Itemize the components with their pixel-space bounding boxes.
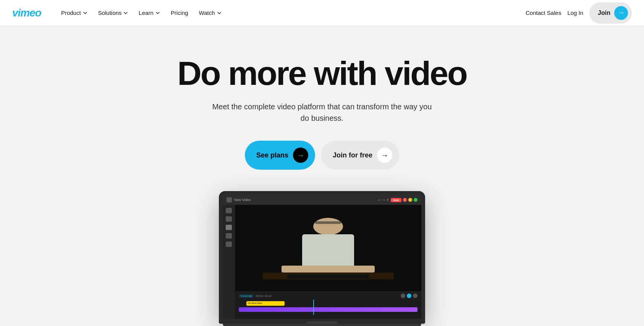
- hero-subtitle: Meet the complete video platform that ca…: [207, 101, 437, 124]
- sidebar-icon-5[interactable]: [226, 242, 232, 247]
- editor-main: Transcript 00:04 / 00:12 No Bass Here: [235, 205, 421, 319]
- video-preview: [235, 205, 421, 292]
- app-toolbar: New Video ↩ ↪ ⬆ Save: [223, 195, 421, 205]
- redo-icon: ↪: [382, 198, 385, 202]
- window-close-dot[interactable]: [403, 198, 407, 202]
- laptop-bottom: [223, 324, 421, 326]
- nav-right: Contact Sales Log In Join →: [526, 2, 632, 24]
- nav-item-watch[interactable]: Watch: [194, 6, 226, 19]
- laptop-screen-outer: New Video ↩ ↪ ⬆ Save: [219, 191, 425, 319]
- nav-item-product[interactable]: Product: [57, 6, 92, 19]
- undo-icon: ↩: [378, 198, 381, 202]
- toolbar-left: New Video: [227, 197, 251, 203]
- laptop-base: [219, 319, 425, 324]
- sidebar-icon-4[interactable]: [226, 233, 232, 238]
- person-body: [302, 234, 354, 267]
- person-arms: [282, 266, 375, 272]
- chevron-down-icon: [83, 11, 87, 15]
- chevron-down-icon: [123, 11, 128, 15]
- nav-item-learn[interactable]: Learn: [134, 6, 164, 19]
- sidebar-icon-1[interactable]: [226, 208, 232, 213]
- arrow-icon: →: [293, 148, 308, 163]
- navbar: vimeo Product Solutions Learn Pricing Wa…: [0, 0, 644, 26]
- share-icon: ⬆: [387, 198, 389, 202]
- nav-items: Product Solutions Learn Pricing Watch: [57, 6, 526, 19]
- log-in-link[interactable]: Log In: [567, 10, 583, 16]
- window-maximize-dot[interactable]: [414, 198, 417, 202]
- screen-body: Transcript 00:04 / 00:12 No Bass Here: [223, 205, 421, 319]
- app-title: New Video: [234, 198, 251, 202]
- join-free-button[interactable]: Join for free →: [321, 141, 399, 170]
- play-btn[interactable]: [407, 294, 411, 298]
- person-glasses: [315, 221, 341, 224]
- transcript-label: Transcript: [239, 294, 254, 298]
- nav-item-solutions[interactable]: Solutions: [94, 6, 133, 19]
- chevron-down-icon: [217, 11, 222, 15]
- hero-section: Do more with video Meet the complete vid…: [0, 26, 644, 326]
- timeline-clip[interactable]: No Bass Here: [246, 301, 285, 306]
- window-minimize-dot[interactable]: [408, 198, 412, 202]
- laptop-mockup: New Video ↩ ↪ ⬆ Save: [219, 191, 425, 326]
- hero-buttons: See plans → Join for free →: [245, 141, 399, 170]
- contact-sales-link[interactable]: Contact Sales: [526, 10, 561, 16]
- see-plans-button[interactable]: See plans →: [245, 141, 315, 170]
- playback-controls: [401, 294, 417, 298]
- timeline-time: 00:04 / 00:12: [256, 295, 272, 297]
- playhead[interactable]: [313, 300, 314, 315]
- editor-sidebar: [223, 205, 235, 319]
- arrow-icon: →: [377, 148, 392, 163]
- timeline-area: Transcript 00:04 / 00:12 No Bass Here: [235, 292, 421, 319]
- sidebar-icon-2[interactable]: [226, 216, 232, 222]
- rewind-btn[interactable]: [401, 294, 405, 298]
- chevron-down-icon: [155, 11, 160, 15]
- app-icon: [227, 197, 232, 203]
- vimeo-logo[interactable]: vimeo: [12, 7, 41, 19]
- toolbar-right: ↩ ↪ ⬆ Save: [378, 198, 417, 202]
- sidebar-icon-3[interactable]: [226, 225, 232, 230]
- video-keyboard: [287, 274, 369, 279]
- timeline-controls: Transcript 00:04 / 00:12: [235, 292, 421, 300]
- forward-btn[interactable]: [413, 294, 417, 298]
- timeline-track: No Bass Here: [235, 300, 421, 315]
- nav-item-pricing[interactable]: Pricing: [166, 6, 193, 19]
- arrow-icon: →: [614, 6, 628, 20]
- timeline-bar[interactable]: [239, 307, 417, 312]
- laptop-screen: New Video ↩ ↪ ⬆ Save: [223, 195, 421, 319]
- join-button[interactable]: Join →: [589, 2, 632, 24]
- hero-title: Do more with video: [177, 57, 467, 90]
- laptop-notch: [307, 321, 337, 324]
- save-badge[interactable]: Save: [391, 198, 401, 202]
